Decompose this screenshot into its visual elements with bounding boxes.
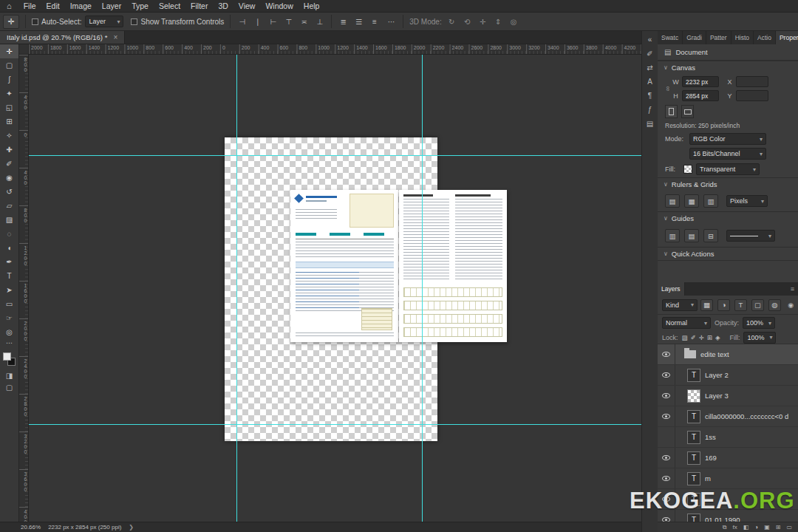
menu-item[interactable]: Edit	[41, 1, 65, 10]
lock-all-icon[interactable]: ◈	[715, 334, 720, 341]
tab-histogram[interactable]: Histo	[732, 31, 754, 44]
toggle-snap-icon[interactable]: ▥	[703, 194, 718, 208]
brush-tool[interactable]: ✐	[0, 157, 18, 171]
tab-layers[interactable]: Layers	[658, 282, 685, 296]
guide-columns-icon[interactable]: ▤	[684, 229, 699, 242]
collapse-panels-icon[interactable]: «	[642, 33, 658, 47]
paragraph-panel-icon[interactable]: ¶	[642, 89, 658, 103]
align-vertical-centers-icon[interactable]: ≍	[299, 16, 310, 27]
horizontal-guide[interactable]	[29, 424, 641, 425]
169[interactable]: 169	[658, 448, 798, 468]
eyedropper-tool[interactable]: ✧	[0, 129, 18, 143]
dodge-tool[interactable]: ◖	[0, 241, 18, 255]
filter-toggle-icon[interactable]: ◉	[788, 301, 794, 309]
tab-actions[interactable]: Actio	[754, 31, 776, 44]
cilla0000000...ccccccc<0 d[interactable]: cilla0000000...ccccccc<0 d	[658, 406, 798, 427]
tab-patterns[interactable]: Patter	[706, 31, 732, 44]
tab-gradients[interactable]: Gradi	[683, 31, 706, 44]
lock-position-icon[interactable]: ✛	[699, 334, 704, 341]
menu-item[interactable]: Layer	[97, 1, 126, 10]
3d-pan-icon[interactable]: ✛	[477, 16, 488, 27]
3d-roll-icon[interactable]: ⟲	[462, 16, 473, 27]
zoom-level-field[interactable]: 20.66%	[21, 524, 41, 531]
adjustment-layer-icon[interactable]: ◑	[754, 524, 758, 531]
new-guide-layout-icon[interactable]: ▥	[665, 229, 680, 242]
healing-brush-tool[interactable]: ✚	[0, 143, 18, 157]
canvas-fill-dropdown[interactable]: Transparent ▾	[696, 163, 760, 175]
new-layer-icon[interactable]: ⊞	[776, 524, 781, 531]
vertical-guide[interactable]	[236, 55, 237, 522]
pen-tool[interactable]: ✒	[0, 255, 18, 269]
close-icon[interactable]: ×	[113, 33, 117, 41]
align-bottom-edges-icon[interactable]: ⊥	[314, 16, 325, 27]
horizontal-guide[interactable]	[29, 155, 641, 156]
lasso-tool[interactable]: ʃ	[0, 72, 18, 86]
clear-guides-icon[interactable]: ⊟	[703, 229, 718, 242]
layer-thumbnail[interactable]	[687, 410, 700, 423]
move-tool[interactable]: ✛	[0, 44, 18, 58]
filter-smart-objects-icon[interactable]: ◍	[768, 299, 781, 311]
menu-item[interactable]: Help	[299, 1, 325, 10]
lock-artboard-icon[interactable]: ⊞	[707, 334, 712, 341]
tab-swatches[interactable]: Swatc	[658, 31, 683, 44]
1ss[interactable]: 1ss	[658, 427, 798, 448]
x-field[interactable]	[736, 76, 768, 87]
width-field[interactable]: 2232 px	[682, 76, 719, 87]
align-left-edges-icon[interactable]: ⊣	[236, 16, 248, 27]
filter-type-layers-icon[interactable]: T	[734, 299, 747, 311]
zoom-tool[interactable]: ◎	[0, 325, 18, 339]
auto-select-checkbox[interactable]: Auto-Select:	[32, 18, 81, 26]
m[interactable]: m	[658, 468, 798, 489]
layer-effects-icon[interactable]: fx	[733, 524, 737, 531]
layer-thumbnail[interactable]	[687, 514, 700, 522]
ruler-corner[interactable]	[19, 44, 29, 55]
menu-item[interactable]: View	[233, 1, 261, 10]
y-field[interactable]	[736, 90, 768, 101]
3d-scale-icon[interactable]: ◎	[508, 16, 519, 27]
menu-item[interactable]: File	[18, 1, 41, 10]
object-selection-tool[interactable]: ✦	[0, 86, 18, 100]
visibility-toggle[interactable]	[658, 365, 675, 385]
document-tab[interactable]: Italy id.psd @ 20.7% (RGB/16) * ×	[0, 31, 125, 44]
menu-item[interactable]: Type	[126, 1, 154, 10]
3d-orbit-icon[interactable]: ↻	[446, 16, 457, 27]
horizontal-ruler[interactable]: 2000180016001400120010008006004002000200…	[29, 44, 641, 55]
layer-thumbnail[interactable]	[687, 389, 700, 403]
distribute-horizontal-icon[interactable]: ≣	[338, 16, 349, 27]
portrait-orientation-button[interactable]	[665, 105, 678, 118]
clone-source-panel-icon[interactable]: ⇄	[642, 61, 658, 75]
clone-stamp-tool[interactable]: ◉	[0, 171, 18, 185]
section-guides[interactable]: ∨ Guides	[658, 211, 798, 225]
menu-item[interactable]: Image	[65, 1, 97, 10]
align-horizontal-centers-icon[interactable]: ∣	[252, 16, 263, 27]
layer-fill-dropdown[interactable]: 100% ▾	[743, 332, 776, 344]
history-brush-tool[interactable]: ↺	[0, 185, 18, 199]
vertical-guide[interactable]	[422, 55, 423, 522]
toggle-rulers-icon[interactable]: ▤	[665, 194, 680, 208]
visibility-toggle[interactable]	[658, 344, 675, 364]
visibility-toggle[interactable]	[658, 468, 675, 488]
blur-tool[interactable]: ◌	[0, 227, 18, 241]
lock-paint-icon[interactable]: ✐	[691, 334, 696, 341]
canvas-viewport[interactable]	[29, 55, 641, 522]
visibility-toggle[interactable]	[658, 406, 675, 426]
screen-mode-icon[interactable]: ▢	[6, 381, 13, 393]
distribute-spacing-icon[interactable]: ≡	[369, 16, 380, 27]
delete-layer-icon[interactable]: ▭	[786, 524, 792, 531]
color-mode-dropdown[interactable]: RGB Color ▾	[689, 133, 766, 145]
filter-pixel-layers-icon[interactable]: ▦	[700, 299, 713, 311]
brush-settings-panel-icon[interactable]: ✐	[642, 47, 658, 61]
visibility-toggle[interactable]	[658, 427, 675, 447]
layer-thumbnail[interactable]	[687, 472, 700, 485]
visibility-toggle[interactable]	[658, 448, 675, 468]
menu-item[interactable]: Select	[154, 1, 185, 10]
filter-adjustment-layers-icon[interactable]: ◑	[717, 299, 730, 311]
vertical-ruler[interactable]: 8004000400800120016002000240028003200360…	[19, 55, 29, 522]
panel-menu-icon[interactable]: ≡	[787, 282, 798, 296]
rectangle-tool[interactable]: ▭	[0, 297, 18, 311]
align-right-edges-icon[interactable]: ⊢	[267, 16, 279, 27]
type-tool[interactable]: T	[0, 269, 18, 283]
edite text[interactable]: edite text	[658, 344, 798, 365]
more-options-icon[interactable]: ⋯	[386, 16, 397, 27]
home-icon[interactable]: ⌂	[0, 1, 18, 10]
